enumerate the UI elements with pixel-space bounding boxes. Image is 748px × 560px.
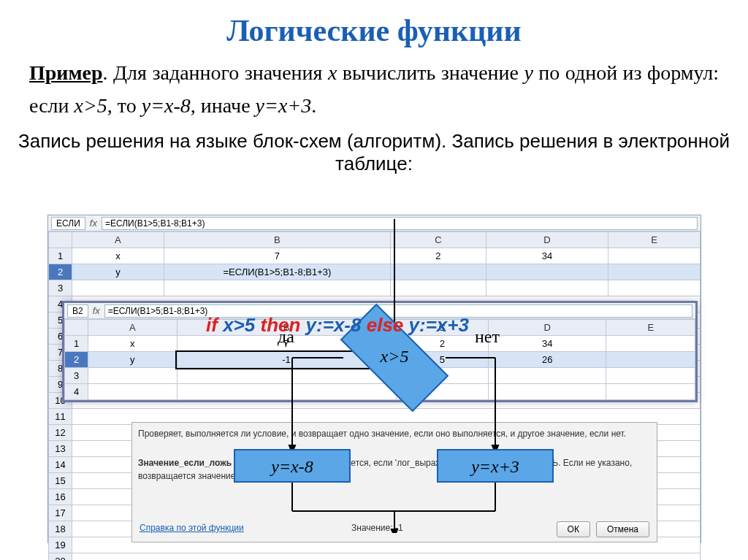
- formula-bar: ЕСЛИ fx =ЕСЛИ(B1>5;B1-8;B1+3): [48, 215, 701, 231]
- col-header[interactable]: E: [608, 232, 701, 248]
- page-title: Логические функции: [0, 0, 748, 48]
- help-argname: Значение_если_ложь: [138, 458, 232, 468]
- formula-input[interactable]: =ЕСЛИ(B1>5;B1-8;B1+3): [102, 217, 698, 230]
- col-header[interactable]: B: [164, 232, 390, 248]
- help-result: Значение: -1: [351, 521, 403, 534]
- section-heading: Запись решения на языке блок-схем (алгор…: [0, 130, 748, 175]
- name-box-2[interactable]: B2: [67, 304, 88, 318]
- function-help-dialog: Проверяет, выполняется ли условие, и воз…: [131, 422, 657, 542]
- col-header[interactable]: C: [390, 232, 486, 248]
- table-row: 2 y -1 5 26: [65, 352, 695, 368]
- fx-icon-2[interactable]: fx: [93, 305, 100, 316]
- formula-bar-2: B2 fx =ЕСЛИ(B1>5;B1-8;B1+3): [64, 303, 695, 319]
- formula-input-2[interactable]: =ЕСЛИ(B1>5;B1-8;B1+3): [104, 304, 692, 318]
- table-row: 20: [49, 553, 701, 561]
- name-box[interactable]: ЕСЛИ: [51, 217, 85, 230]
- table-row: 2 y =ЕСЛИ(B1>5;B1-8;B1+3): [49, 264, 701, 280]
- col-header[interactable]: D: [486, 232, 608, 248]
- ok-button[interactable]: ОК: [557, 521, 590, 537]
- col-header[interactable]: D: [489, 320, 606, 336]
- cancel-button[interactable]: Отмена: [596, 521, 649, 537]
- col-header[interactable]: E: [606, 320, 695, 336]
- help-line1: Проверяет, выполняется ли условие, и воз…: [138, 427, 651, 440]
- example-label: Пример: [29, 61, 103, 84]
- table-row: 3: [49, 280, 701, 296]
- table-row: 1 x 7 2 34: [49, 248, 701, 264]
- grid-overlay[interactable]: A B C D E 1 x 7 2 34 2 y -1 5 26 3 4: [64, 319, 695, 400]
- table-row: 4: [65, 384, 695, 400]
- col-header[interactable]: A: [88, 320, 178, 336]
- col-header[interactable]: B: [177, 320, 396, 336]
- help-link[interactable]: Справка по этой функции: [140, 523, 244, 533]
- fx-icon[interactable]: fx: [90, 218, 97, 229]
- spreadsheet-overlay: B2 fx =ЕСЛИ(B1>5;B1-8;B1+3) A B C D E 1 …: [62, 301, 698, 402]
- col-header[interactable]: A: [72, 232, 164, 248]
- example-text: Пример. Для заданного значения x вычисли…: [0, 48, 748, 123]
- table-row: 1 x 7 2 34: [65, 336, 695, 352]
- col-header[interactable]: C: [396, 320, 488, 336]
- table-row: 3: [65, 368, 695, 384]
